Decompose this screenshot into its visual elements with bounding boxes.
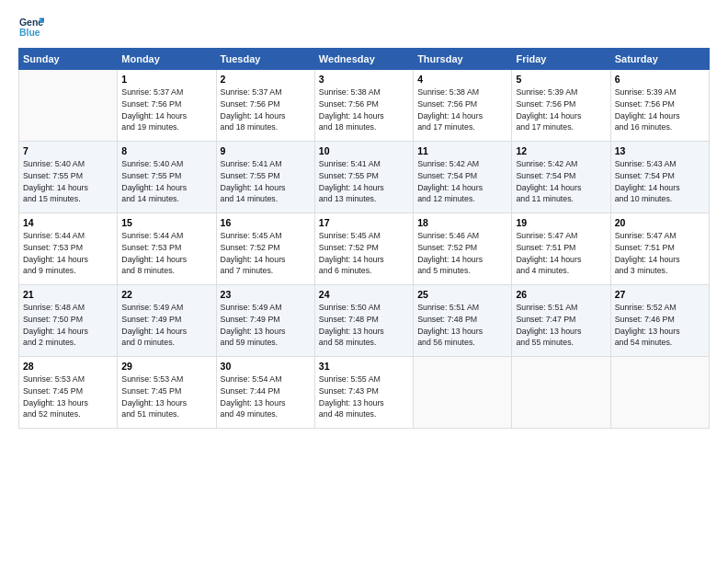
day-number: 14 [23,217,113,228]
logo-icon: General Blue [18,15,44,40]
calendar-cell: 16Sunrise: 5:45 AMSunset: 7:52 PMDayligh… [216,213,314,285]
calendar-cell: 9Sunrise: 5:41 AMSunset: 7:55 PMDaylight… [216,142,314,213]
calendar-cell: 29Sunrise: 5:53 AMSunset: 7:45 PMDayligh… [118,357,216,429]
day-info: Sunrise: 5:51 AMSunset: 7:47 PMDaylight:… [516,302,606,349]
calendar-cell: 17Sunrise: 5:45 AMSunset: 7:52 PMDayligh… [314,213,413,285]
day-number: 30 [221,361,311,372]
week-row-5: 28Sunrise: 5:53 AMSunset: 7:45 PMDayligh… [19,357,710,429]
day-number: 15 [121,217,211,228]
day-number: 17 [319,217,409,228]
calendar-cell: 26Sunrise: 5:51 AMSunset: 7:47 PMDayligh… [512,285,610,357]
week-row-3: 14Sunrise: 5:44 AMSunset: 7:53 PMDayligh… [19,213,710,285]
day-number: 7 [23,145,113,156]
day-number: 31 [319,361,409,372]
calendar-cell [610,357,709,429]
svg-text:Blue: Blue [19,27,40,38]
day-info: Sunrise: 5:41 AMSunset: 7:55 PMDaylight:… [319,158,409,205]
day-number: 23 [221,289,311,300]
day-info: Sunrise: 5:44 AMSunset: 7:53 PMDaylight:… [121,230,211,277]
day-info: Sunrise: 5:38 AMSunset: 7:56 PMDaylight:… [417,86,507,133]
day-info: Sunrise: 5:47 AMSunset: 7:51 PMDaylight:… [615,230,705,277]
calendar-cell: 14Sunrise: 5:44 AMSunset: 7:53 PMDayligh… [19,213,118,285]
calendar-cell: 12Sunrise: 5:42 AMSunset: 7:54 PMDayligh… [512,142,610,213]
day-number: 4 [417,74,507,85]
day-info: Sunrise: 5:48 AMSunset: 7:50 PMDaylight:… [23,302,113,349]
calendar-cell: 15Sunrise: 5:44 AMSunset: 7:53 PMDayligh… [118,213,216,285]
calendar-cell: 3Sunrise: 5:38 AMSunset: 7:56 PMDaylight… [314,70,413,142]
day-info: Sunrise: 5:38 AMSunset: 7:56 PMDaylight:… [319,86,409,133]
day-info: Sunrise: 5:37 AMSunset: 7:56 PMDaylight:… [121,86,211,133]
day-info: Sunrise: 5:54 AMSunset: 7:44 PMDaylight:… [221,373,311,420]
calendar-cell: 5Sunrise: 5:39 AMSunset: 7:56 PMDaylight… [512,70,610,142]
weekday-header-friday: Friday [512,49,610,70]
calendar-cell: 20Sunrise: 5:47 AMSunset: 7:51 PMDayligh… [610,213,709,285]
day-info: Sunrise: 5:53 AMSunset: 7:45 PMDaylight:… [121,373,211,420]
calendar-cell: 6Sunrise: 5:39 AMSunset: 7:56 PMDaylight… [610,70,709,142]
day-number: 20 [615,217,705,228]
calendar-cell: 19Sunrise: 5:47 AMSunset: 7:51 PMDayligh… [512,213,610,285]
calendar-cell: 27Sunrise: 5:52 AMSunset: 7:46 PMDayligh… [610,285,709,357]
week-row-2: 7Sunrise: 5:40 AMSunset: 7:55 PMDaylight… [19,142,710,213]
day-info: Sunrise: 5:39 AMSunset: 7:56 PMDaylight:… [516,86,606,133]
calendar-cell: 21Sunrise: 5:48 AMSunset: 7:50 PMDayligh… [19,285,118,357]
day-number: 9 [221,145,311,156]
calendar-cell: 10Sunrise: 5:41 AMSunset: 7:55 PMDayligh… [314,142,413,213]
calendar-cell: 7Sunrise: 5:40 AMSunset: 7:55 PMDaylight… [19,142,118,213]
day-info: Sunrise: 5:43 AMSunset: 7:54 PMDaylight:… [615,158,705,205]
page: General Blue SundayMondayTuesdayWednesda… [0,0,728,563]
day-info: Sunrise: 5:45 AMSunset: 7:52 PMDaylight:… [319,230,409,277]
calendar-cell: 24Sunrise: 5:50 AMSunset: 7:48 PMDayligh… [314,285,413,357]
calendar-cell: 1Sunrise: 5:37 AMSunset: 7:56 PMDaylight… [118,70,216,142]
week-row-1: 1Sunrise: 5:37 AMSunset: 7:56 PMDaylight… [19,70,710,142]
calendar-cell: 22Sunrise: 5:49 AMSunset: 7:49 PMDayligh… [118,285,216,357]
day-number: 28 [23,361,113,372]
weekday-header-monday: Monday [118,49,216,70]
calendar-cell: 11Sunrise: 5:42 AMSunset: 7:54 PMDayligh… [414,142,512,213]
day-number: 26 [516,289,606,300]
calendar-cell: 4Sunrise: 5:38 AMSunset: 7:56 PMDaylight… [414,70,512,142]
calendar-cell: 30Sunrise: 5:54 AMSunset: 7:44 PMDayligh… [216,357,314,429]
calendar-cell: 23Sunrise: 5:49 AMSunset: 7:49 PMDayligh… [216,285,314,357]
day-number: 2 [221,74,311,85]
day-info: Sunrise: 5:42 AMSunset: 7:54 PMDaylight:… [417,158,507,205]
day-info: Sunrise: 5:47 AMSunset: 7:51 PMDaylight:… [516,230,606,277]
weekday-header-saturday: Saturday [610,49,709,70]
day-number: 18 [417,217,507,228]
day-number: 8 [121,145,211,156]
calendar-table: SundayMondayTuesdayWednesdayThursdayFrid… [18,48,710,429]
day-info: Sunrise: 5:55 AMSunset: 7:43 PMDaylight:… [319,373,409,420]
weekday-header-thursday: Thursday [414,49,512,70]
day-number: 3 [319,74,409,85]
day-number: 10 [319,145,409,156]
day-info: Sunrise: 5:49 AMSunset: 7:49 PMDaylight:… [121,302,211,349]
day-number: 21 [23,289,113,300]
weekday-header-wednesday: Wednesday [314,49,413,70]
calendar-cell: 28Sunrise: 5:53 AMSunset: 7:45 PMDayligh… [19,357,118,429]
day-info: Sunrise: 5:51 AMSunset: 7:48 PMDaylight:… [417,302,507,349]
day-number: 24 [319,289,409,300]
day-info: Sunrise: 5:50 AMSunset: 7:48 PMDaylight:… [319,302,409,349]
day-info: Sunrise: 5:44 AMSunset: 7:53 PMDaylight:… [23,230,113,277]
calendar-cell: 8Sunrise: 5:40 AMSunset: 7:55 PMDaylight… [118,142,216,213]
day-info: Sunrise: 5:42 AMSunset: 7:54 PMDaylight:… [516,158,606,205]
day-info: Sunrise: 5:46 AMSunset: 7:52 PMDaylight:… [417,230,507,277]
calendar-cell: 13Sunrise: 5:43 AMSunset: 7:54 PMDayligh… [610,142,709,213]
day-number: 19 [516,217,606,228]
logo: General Blue [18,15,44,40]
calendar-cell: 25Sunrise: 5:51 AMSunset: 7:48 PMDayligh… [414,285,512,357]
day-info: Sunrise: 5:49 AMSunset: 7:49 PMDaylight:… [221,302,311,349]
day-info: Sunrise: 5:53 AMSunset: 7:45 PMDaylight:… [23,373,113,420]
calendar-cell [414,357,512,429]
calendar-cell: 2Sunrise: 5:37 AMSunset: 7:56 PMDaylight… [216,70,314,142]
day-number: 22 [121,289,211,300]
calendar-cell: 18Sunrise: 5:46 AMSunset: 7:52 PMDayligh… [414,213,512,285]
day-number: 29 [121,361,211,372]
weekday-header-sunday: Sunday [19,49,118,70]
day-info: Sunrise: 5:41 AMSunset: 7:55 PMDaylight:… [221,158,311,205]
day-info: Sunrise: 5:45 AMSunset: 7:52 PMDaylight:… [221,230,311,277]
weekday-header-tuesday: Tuesday [216,49,314,70]
day-number: 16 [221,217,311,228]
day-number: 5 [516,74,606,85]
day-info: Sunrise: 5:52 AMSunset: 7:46 PMDaylight:… [615,302,705,349]
header: General Blue [18,15,710,40]
